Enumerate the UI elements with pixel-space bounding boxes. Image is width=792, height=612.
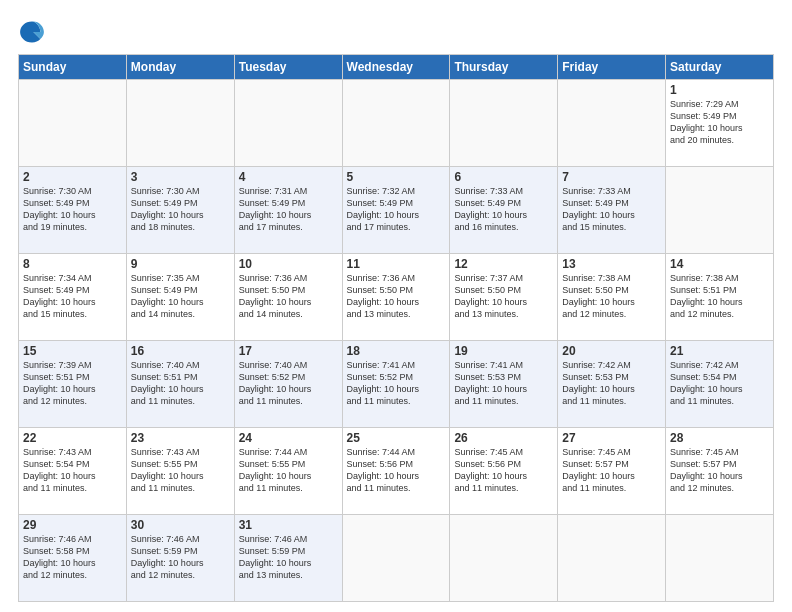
calendar-cell: 8Sunrise: 7:34 AMSunset: 5:49 PMDaylight… [19, 254, 127, 341]
calendar-cell: 28Sunrise: 7:45 AMSunset: 5:57 PMDayligh… [666, 428, 774, 515]
cell-content: Sunrise: 7:41 AMSunset: 5:52 PMDaylight:… [347, 360, 420, 406]
day-number: 28 [670, 431, 769, 445]
col-header-saturday: Saturday [666, 55, 774, 80]
calendar-cell: 5Sunrise: 7:32 AMSunset: 5:49 PMDaylight… [342, 167, 450, 254]
cell-content: Sunrise: 7:45 AMSunset: 5:57 PMDaylight:… [562, 447, 635, 493]
calendar-row: 2Sunrise: 7:30 AMSunset: 5:49 PMDaylight… [19, 167, 774, 254]
day-number: 10 [239, 257, 338, 271]
calendar-cell [666, 515, 774, 602]
day-number: 18 [347, 344, 446, 358]
calendar-cell [450, 515, 558, 602]
calendar-cell: 20Sunrise: 7:42 AMSunset: 5:53 PMDayligh… [558, 341, 666, 428]
cell-content: Sunrise: 7:45 AMSunset: 5:56 PMDaylight:… [454, 447, 527, 493]
cell-content: Sunrise: 7:44 AMSunset: 5:56 PMDaylight:… [347, 447, 420, 493]
cell-content: Sunrise: 7:36 AMSunset: 5:50 PMDaylight:… [347, 273, 420, 319]
day-number: 24 [239, 431, 338, 445]
cell-content: Sunrise: 7:43 AMSunset: 5:55 PMDaylight:… [131, 447, 204, 493]
cell-content: Sunrise: 7:37 AMSunset: 5:50 PMDaylight:… [454, 273, 527, 319]
calendar-cell: 24Sunrise: 7:44 AMSunset: 5:55 PMDayligh… [234, 428, 342, 515]
calendar-cell: 11Sunrise: 7:36 AMSunset: 5:50 PMDayligh… [342, 254, 450, 341]
day-number: 5 [347, 170, 446, 184]
day-number: 26 [454, 431, 553, 445]
day-number: 9 [131, 257, 230, 271]
cell-content: Sunrise: 7:31 AMSunset: 5:49 PMDaylight:… [239, 186, 312, 232]
calendar-cell [558, 515, 666, 602]
day-number: 6 [454, 170, 553, 184]
logo [18, 18, 48, 46]
empty-cell [450, 80, 558, 167]
cell-content: Sunrise: 7:40 AMSunset: 5:51 PMDaylight:… [131, 360, 204, 406]
col-header-wednesday: Wednesday [342, 55, 450, 80]
calendar-row: 22Sunrise: 7:43 AMSunset: 5:54 PMDayligh… [19, 428, 774, 515]
calendar-cell: 4Sunrise: 7:31 AMSunset: 5:49 PMDaylight… [234, 167, 342, 254]
empty-cell [126, 80, 234, 167]
day-number: 12 [454, 257, 553, 271]
calendar-row: 1Sunrise: 7:29 AMSunset: 5:49 PMDaylight… [19, 80, 774, 167]
day-number: 8 [23, 257, 122, 271]
header-row: SundayMondayTuesdayWednesdayThursdayFrid… [19, 55, 774, 80]
calendar-cell [666, 167, 774, 254]
col-header-tuesday: Tuesday [234, 55, 342, 80]
calendar-cell: 30Sunrise: 7:46 AMSunset: 5:59 PMDayligh… [126, 515, 234, 602]
cell-content: Sunrise: 7:45 AMSunset: 5:57 PMDaylight:… [670, 447, 743, 493]
day-number: 29 [23, 518, 122, 532]
cell-content: Sunrise: 7:30 AMSunset: 5:49 PMDaylight:… [23, 186, 96, 232]
day-number: 11 [347, 257, 446, 271]
cell-content: Sunrise: 7:44 AMSunset: 5:55 PMDaylight:… [239, 447, 312, 493]
cell-content: Sunrise: 7:29 AMSunset: 5:49 PMDaylight:… [670, 99, 743, 145]
empty-cell [234, 80, 342, 167]
day-number: 19 [454, 344, 553, 358]
calendar-cell [342, 515, 450, 602]
day-number: 21 [670, 344, 769, 358]
calendar-cell: 14Sunrise: 7:38 AMSunset: 5:51 PMDayligh… [666, 254, 774, 341]
page: SundayMondayTuesdayWednesdayThursdayFrid… [0, 0, 792, 612]
calendar-cell: 13Sunrise: 7:38 AMSunset: 5:50 PMDayligh… [558, 254, 666, 341]
cell-content: Sunrise: 7:33 AMSunset: 5:49 PMDaylight:… [562, 186, 635, 232]
cell-content: Sunrise: 7:40 AMSunset: 5:52 PMDaylight:… [239, 360, 312, 406]
calendar-table: SundayMondayTuesdayWednesdayThursdayFrid… [18, 54, 774, 602]
cell-content: Sunrise: 7:42 AMSunset: 5:53 PMDaylight:… [562, 360, 635, 406]
cell-content: Sunrise: 7:34 AMSunset: 5:49 PMDaylight:… [23, 273, 96, 319]
cell-content: Sunrise: 7:43 AMSunset: 5:54 PMDaylight:… [23, 447, 96, 493]
day-number: 13 [562, 257, 661, 271]
cell-content: Sunrise: 7:38 AMSunset: 5:51 PMDaylight:… [670, 273, 743, 319]
day-number: 7 [562, 170, 661, 184]
day-number: 16 [131, 344, 230, 358]
cell-content: Sunrise: 7:32 AMSunset: 5:49 PMDaylight:… [347, 186, 420, 232]
cell-content: Sunrise: 7:38 AMSunset: 5:50 PMDaylight:… [562, 273, 635, 319]
cell-content: Sunrise: 7:35 AMSunset: 5:49 PMDaylight:… [131, 273, 204, 319]
calendar-cell: 21Sunrise: 7:42 AMSunset: 5:54 PMDayligh… [666, 341, 774, 428]
calendar-cell: 17Sunrise: 7:40 AMSunset: 5:52 PMDayligh… [234, 341, 342, 428]
cell-content: Sunrise: 7:46 AMSunset: 5:59 PMDaylight:… [239, 534, 312, 580]
logo-icon [18, 18, 46, 46]
empty-cell [19, 80, 127, 167]
day-number: 27 [562, 431, 661, 445]
calendar-cell: 7Sunrise: 7:33 AMSunset: 5:49 PMDaylight… [558, 167, 666, 254]
cell-content: Sunrise: 7:39 AMSunset: 5:51 PMDaylight:… [23, 360, 96, 406]
calendar-cell: 18Sunrise: 7:41 AMSunset: 5:52 PMDayligh… [342, 341, 450, 428]
day-number: 31 [239, 518, 338, 532]
cell-content: Sunrise: 7:46 AMSunset: 5:59 PMDaylight:… [131, 534, 204, 580]
cell-content: Sunrise: 7:41 AMSunset: 5:53 PMDaylight:… [454, 360, 527, 406]
calendar-cell: 19Sunrise: 7:41 AMSunset: 5:53 PMDayligh… [450, 341, 558, 428]
calendar-cell: 25Sunrise: 7:44 AMSunset: 5:56 PMDayligh… [342, 428, 450, 515]
day-number: 20 [562, 344, 661, 358]
day-number: 2 [23, 170, 122, 184]
day-number: 3 [131, 170, 230, 184]
day-number: 30 [131, 518, 230, 532]
calendar-row: 29Sunrise: 7:46 AMSunset: 5:58 PMDayligh… [19, 515, 774, 602]
day-number: 25 [347, 431, 446, 445]
calendar-cell: 22Sunrise: 7:43 AMSunset: 5:54 PMDayligh… [19, 428, 127, 515]
day-number: 23 [131, 431, 230, 445]
calendar-cell: 29Sunrise: 7:46 AMSunset: 5:58 PMDayligh… [19, 515, 127, 602]
calendar-cell: 12Sunrise: 7:37 AMSunset: 5:50 PMDayligh… [450, 254, 558, 341]
calendar-cell: 2Sunrise: 7:30 AMSunset: 5:49 PMDaylight… [19, 167, 127, 254]
calendar-cell: 6Sunrise: 7:33 AMSunset: 5:49 PMDaylight… [450, 167, 558, 254]
col-header-sunday: Sunday [19, 55, 127, 80]
cell-content: Sunrise: 7:36 AMSunset: 5:50 PMDaylight:… [239, 273, 312, 319]
cell-content: Sunrise: 7:33 AMSunset: 5:49 PMDaylight:… [454, 186, 527, 232]
day-number: 1 [670, 83, 769, 97]
day-number: 4 [239, 170, 338, 184]
col-header-friday: Friday [558, 55, 666, 80]
calendar-cell: 27Sunrise: 7:45 AMSunset: 5:57 PMDayligh… [558, 428, 666, 515]
